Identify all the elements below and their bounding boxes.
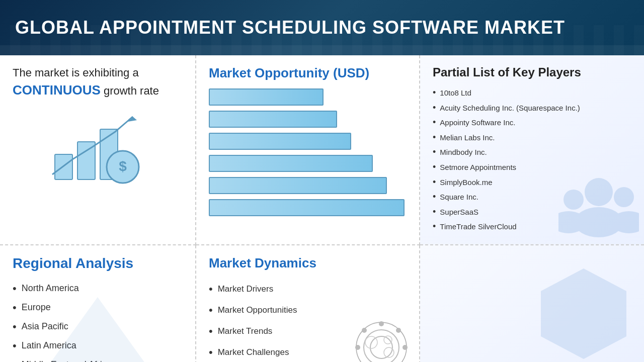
svg-rect-0 [55, 154, 72, 179]
cell-bot-mid: Market Dynamics Market Drivers Market Op… [196, 245, 420, 362]
watermark-chart [35, 292, 160, 362]
dynamic-1: Market Drivers [209, 279, 407, 300]
player-1: 10to8 Ltd [433, 85, 631, 101]
svg-point-10 [564, 190, 584, 210]
bar-3 [209, 133, 351, 150]
bar-6 [209, 199, 405, 216]
svg-point-6 [585, 178, 613, 206]
dynamic-2: Market Opportunities [209, 300, 407, 321]
svg-point-16 [355, 345, 360, 350]
svg-point-26 [384, 336, 392, 344]
content-grid: The market is exhibiting a CONTINUOUS gr… [0, 55, 644, 362]
cell-bot-left: Regional Analysis North America Europe A… [0, 245, 196, 362]
svg-point-18 [362, 328, 367, 333]
regional-analysis-title: Regional Analysis [13, 255, 183, 272]
header: GLOBAL APPOINTMENT SCHEDULING SOFTWARE M… [0, 0, 644, 55]
bar-5 [209, 177, 387, 194]
cell-top-left: The market is exhibiting a CONTINUOUS gr… [0, 55, 196, 245]
svg-text:$: $ [119, 158, 127, 174]
cell-top-right: Partial List of Key Players 10to8 Ltd Ac… [420, 55, 644, 245]
market-opportunity-title: Market Opportunity (USD) [209, 65, 407, 81]
svg-marker-27 [541, 268, 626, 359]
watermark-people [558, 177, 639, 239]
svg-point-8 [614, 187, 634, 207]
svg-point-22 [364, 330, 399, 362]
market-dynamics-title: Market Dynamics [209, 255, 407, 271]
bar-2 [209, 111, 337, 128]
market-text-2: growth rate [104, 84, 159, 97]
header-title: GLOBAL APPOINTMENT SCHEDULING SOFTWARE M… [15, 17, 565, 38]
growth-chart-icon: $ [47, 109, 148, 185]
svg-point-20 [396, 328, 401, 333]
gear-icon [354, 320, 409, 362]
player-5: Mindbody Inc. [433, 145, 631, 160]
watermark-hexagon [533, 263, 634, 362]
cell-top-mid: Market Opportunity (USD) [196, 55, 420, 245]
player-4: Melian Labs Inc. [433, 130, 631, 145]
bar-4 [209, 155, 373, 172]
svg-marker-12 [40, 297, 155, 362]
player-6: Setmore Appointments [433, 160, 631, 175]
key-players-title: Partial List of Key Players [433, 65, 631, 79]
player-3: Appointy Software Inc. [433, 115, 631, 130]
cell-bot-right: imarc IMPACTFUL INSIGHTS [420, 245, 644, 362]
market-text: The market is exhibiting a CONTINUOUS gr… [13, 65, 159, 99]
bar-chart [209, 88, 407, 216]
svg-point-17 [403, 345, 408, 350]
market-text-1: The market is exhibiting a [13, 66, 139, 79]
svg-point-14 [379, 321, 384, 326]
player-2: Acuity Scheduling Inc. (Squarespace Inc.… [433, 101, 631, 116]
market-highlight: CONTINUOUS [13, 82, 101, 98]
bar-1 [209, 88, 324, 106]
